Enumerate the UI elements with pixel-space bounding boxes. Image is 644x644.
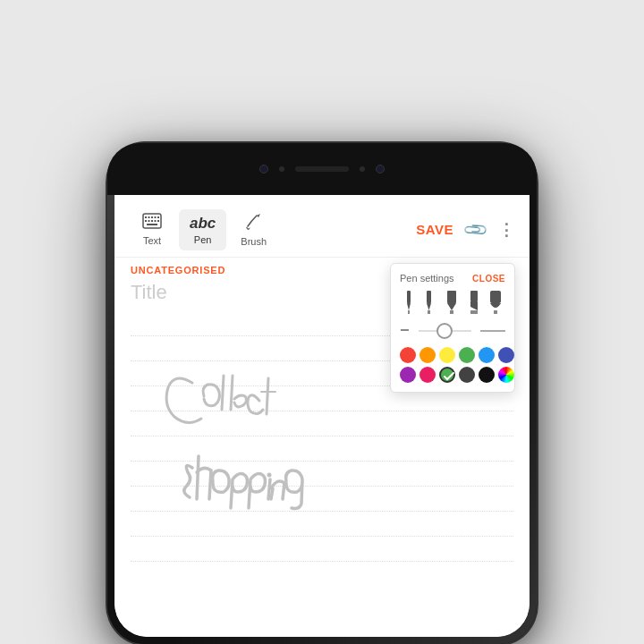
speaker-grille <box>295 166 349 172</box>
toolbar: Text abc Pen <box>114 202 530 258</box>
color-blue[interactable] <box>479 347 495 363</box>
svg-point-12 <box>267 473 272 478</box>
svg-rect-19 <box>447 291 456 303</box>
camera-sensor <box>259 165 268 174</box>
toolbar-actions: SAVE 📎 ⋮ <box>416 220 515 240</box>
svg-rect-6 <box>145 220 147 222</box>
svg-rect-18 <box>428 310 430 314</box>
sensor-dot-1 <box>279 166 284 172</box>
svg-rect-13 <box>407 291 411 303</box>
attach-icon[interactable]: 📎 <box>462 216 489 243</box>
color-black[interactable] <box>479 367 495 383</box>
pen-type-selector <box>400 291 505 314</box>
size-dash <box>480 330 505 332</box>
svg-rect-24 <box>470 310 478 314</box>
pen-size-row: − <box>400 321 505 340</box>
pen-type-broad[interactable] <box>445 291 458 314</box>
pen-type-fine[interactable] <box>403 291 414 314</box>
more-options-icon[interactable]: ⋮ <box>498 220 515 240</box>
svg-rect-1 <box>145 216 147 218</box>
color-green[interactable] <box>459 347 475 363</box>
color-indigo[interactable] <box>498 347 514 363</box>
save-button[interactable]: SAVE <box>416 222 453 237</box>
size-slider-thumb[interactable] <box>436 323 453 339</box>
keyboard-icon <box>142 213 162 233</box>
color-red[interactable] <box>400 347 416 363</box>
svg-rect-8 <box>151 220 153 222</box>
svg-rect-11 <box>147 224 157 225</box>
color-pink[interactable] <box>419 367 436 383</box>
svg-rect-2 <box>148 216 150 218</box>
svg-marker-23 <box>470 301 478 310</box>
svg-marker-20 <box>447 303 456 310</box>
abc-icon: abc <box>190 215 216 233</box>
pen-settings-title: Pen settings <box>400 273 454 284</box>
color-purple[interactable] <box>400 367 416 383</box>
svg-rect-26 <box>494 310 497 314</box>
brush-icon <box>244 212 264 234</box>
size-slider-track[interactable] <box>419 330 471 332</box>
text-tool[interactable]: Text <box>129 208 175 251</box>
svg-rect-3 <box>151 216 153 218</box>
svg-rect-21 <box>450 310 453 314</box>
brush-tool-label: Brush <box>241 236 267 247</box>
brush-tool[interactable]: Brush <box>230 207 277 252</box>
svg-rect-7 <box>148 220 150 222</box>
svg-rect-4 <box>155 216 157 218</box>
pen-settings-panel: Pen settings CLOSE <box>390 263 515 393</box>
pen-tool-label: Pen <box>194 234 212 245</box>
pen-settings-close-button[interactable]: CLOSE <box>472 274 505 284</box>
svg-rect-25 <box>490 291 501 303</box>
pen-settings-header: Pen settings CLOSE <box>400 273 505 284</box>
color-yellow[interactable] <box>439 347 455 363</box>
pen-tool[interactable]: abc Pen <box>179 209 226 250</box>
toolbar-tools: Text abc Pen <box>129 207 416 252</box>
color-palette-row1 <box>400 347 505 363</box>
svg-rect-22 <box>470 291 478 301</box>
svg-marker-14 <box>407 303 411 310</box>
phone-shell: Text abc Pen <box>107 143 537 644</box>
pen-type-calligraphy[interactable] <box>469 291 479 314</box>
screen-content: Text abc Pen <box>114 202 530 637</box>
size-minus-icon[interactable]: − <box>400 321 410 340</box>
svg-rect-10 <box>157 220 159 222</box>
phone-screen: Text abc Pen <box>114 150 530 637</box>
svg-rect-9 <box>155 220 157 222</box>
text-tool-label: Text <box>143 235 161 246</box>
color-green-selected[interactable] <box>439 367 455 383</box>
color-orange[interactable] <box>419 347 436 363</box>
sensor-dot-2 <box>360 166 365 172</box>
color-palette-row2 <box>400 367 505 383</box>
pen-type-medium[interactable] <box>424 291 435 314</box>
svg-rect-16 <box>427 291 431 303</box>
svg-rect-5 <box>157 216 159 218</box>
svg-rect-15 <box>408 310 410 314</box>
phone-top-bar <box>107 143 537 195</box>
color-rainbow[interactable] <box>498 367 514 383</box>
front-camera <box>376 165 385 174</box>
svg-marker-17 <box>427 303 431 310</box>
color-dark-gray[interactable] <box>459 367 475 383</box>
pen-type-brush[interactable] <box>489 291 502 314</box>
scene: Text abc Pen <box>0 0 644 644</box>
